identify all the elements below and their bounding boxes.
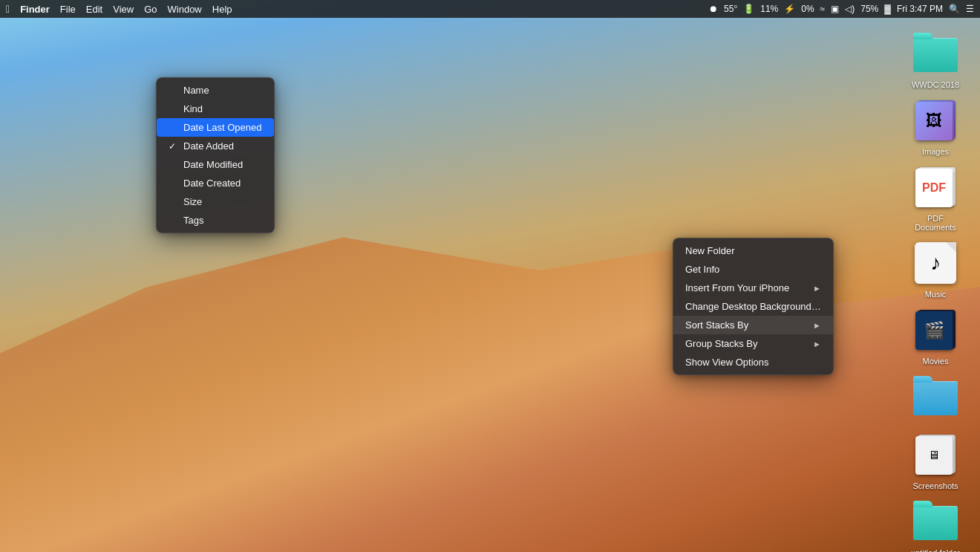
wifi-icon: ≈	[820, 4, 826, 14]
spotlight-icon[interactable]: 🔍	[949, 4, 960, 14]
desktop-icon-images[interactable]: 🖼 Images	[906, 97, 965, 156]
music-file-icon: ♪	[915, 242, 956, 284]
desktop-icon-music[interactable]: ♪ Music	[906, 239, 965, 299]
datetime-display: Fri 3:47 PM	[897, 4, 943, 14]
group-stacks-arrow: ►	[813, 340, 821, 348]
go-menu[interactable]: Go	[144, 4, 157, 15]
wwdc2018-icon-img	[912, 30, 959, 77]
images-icon-img: 🖼	[912, 97, 959, 144]
ctx-get-info[interactable]: Get Info	[673, 260, 833, 279]
desktop-icons: WWDC 2018 🖼 Images PDF PDF	[906, 30, 965, 552]
battery-status-icon: ▓	[884, 4, 891, 14]
unnamed-folder-shape	[913, 378, 958, 415]
pdf-icon-img: PDF	[912, 163, 959, 211]
menubar-right: ⏺ 55° 🔋 11% ⚡ 0% ≈ ▣ ◁) 75% ▓ Fri 3:47 P…	[709, 4, 974, 14]
movies-label: Movies	[923, 357, 949, 366]
screenshots-stack-icon: 🖥	[914, 433, 957, 476]
finder-menu[interactable]: Finder	[20, 4, 50, 15]
screenshots-icon-img: 🖥	[912, 431, 959, 478]
wwdc2018-folder-shape	[913, 35, 958, 72]
sort-date-created-item[interactable]: Date Created	[157, 174, 274, 192]
menubar:  Finder File Edit View Go Window Help ⏺…	[0, 0, 980, 18]
sort-kind-item[interactable]: Kind	[157, 100, 274, 118]
insert-iphone-arrow: ►	[813, 284, 821, 293]
ctx-sort-stacks-by[interactable]: Sort Stacks By ►	[673, 316, 833, 334]
desktop:  Finder File Edit View Go Window Help ⏺…	[0, 0, 980, 552]
images-label: Images	[922, 147, 949, 156]
images-stack-icon: 🖼	[914, 99, 957, 142]
untitled-folder-shape	[913, 503, 958, 540]
pdf-label: PDF Documents	[907, 214, 964, 232]
sort-date-added-item[interactable]: ✓ Date Added	[157, 137, 274, 155]
recording-indicator: ⏺	[709, 4, 718, 14]
movies-stack-icon: 🎬	[914, 308, 957, 351]
untitled-folder-label: untitled folder	[911, 548, 960, 552]
sort-name-item[interactable]: Name	[157, 81, 274, 100]
screenshots-label: Screenshots	[912, 481, 958, 490]
ctx-show-view-options[interactable]: Show View Options	[673, 353, 833, 371]
music-label: Music	[925, 290, 947, 299]
wwdc2018-label: WWDC 2018	[912, 80, 959, 89]
unnamed-folder-img	[912, 373, 959, 421]
sort-tags-item[interactable]: Tags	[157, 211, 274, 230]
desktop-icon-screenshots[interactable]: 🖥 Screenshots	[906, 431, 965, 490]
battery-percent: 11%	[760, 4, 778, 14]
sort-date-added-check: ✓	[169, 141, 179, 152]
untitled-folder-img	[912, 498, 959, 545]
edit-menu[interactable]: Edit	[86, 4, 102, 15]
sort-stacks-arrow: ►	[813, 321, 821, 330]
help-menu[interactable]: Help	[212, 4, 232, 15]
context-menu-panel: New Folder Get Info Insert From Your iPh…	[673, 238, 834, 375]
pdf-stack-icon: PDF	[914, 166, 957, 209]
file-menu[interactable]: File	[60, 4, 76, 15]
sort-submenu-panel: Name Kind Date Last Opened ✓ Date Added …	[156, 77, 275, 233]
ctx-new-folder[interactable]: New Folder	[673, 241, 833, 260]
power-percent: 0%	[801, 4, 814, 14]
notification-icon[interactable]: ☰	[966, 4, 974, 14]
desktop-icon-wwdc2018[interactable]: WWDC 2018	[906, 30, 965, 89]
battery-icon: 🔋	[743, 4, 754, 14]
context-menu: New Folder Get Info Insert From Your iPh…	[673, 238, 834, 375]
sort-date-modified-item[interactable]: Date Modified	[157, 155, 274, 174]
movies-icon-img: 🎬	[912, 306, 959, 354]
display-icon[interactable]: ▣	[831, 4, 839, 14]
ctx-insert-from-iphone[interactable]: Insert From Your iPhone ►	[673, 279, 833, 297]
apple-menu[interactable]: 	[6, 3, 10, 15]
sort-date-last-opened-item[interactable]: Date Last Opened	[157, 118, 274, 137]
brightness-percent: 75%	[860, 4, 878, 14]
sort-submenu: Name Kind Date Last Opened ✓ Date Added …	[156, 77, 275, 233]
desktop-icon-movies[interactable]: 🎬 Movies	[906, 306, 965, 366]
desktop-icon-untitled-folder[interactable]: untitled folder	[906, 498, 965, 552]
desktop-icon-unnamed-folder[interactable]	[906, 373, 965, 423]
window-menu[interactable]: Window	[168, 4, 202, 15]
sort-size-item[interactable]: Size	[157, 192, 274, 211]
volume-icon[interactable]: ◁)	[845, 4, 855, 14]
view-menu[interactable]: View	[113, 4, 134, 15]
menubar-left:  Finder File Edit View Go Window Help	[6, 3, 232, 15]
ctx-change-desktop-bg[interactable]: Change Desktop Background…	[673, 297, 833, 316]
temperature-display: 55°	[724, 4, 737, 14]
ctx-group-stacks-by[interactable]: Group Stacks By ►	[673, 334, 833, 353]
power-icon: ⚡	[784, 4, 795, 14]
desktop-icon-pdf[interactable]: PDF PDF Documents	[906, 163, 965, 232]
music-icon-img: ♪	[912, 239, 959, 287]
